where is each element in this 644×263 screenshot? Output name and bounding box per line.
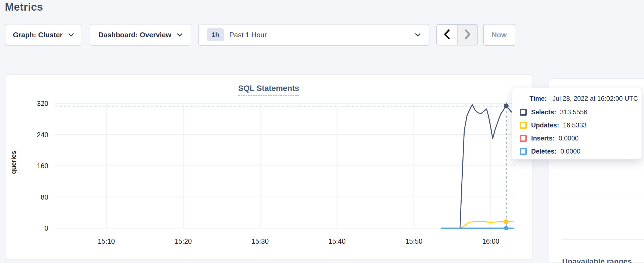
x-axis-tick: 16:00 <box>482 237 499 245</box>
tooltip-row-updates: Updates: 16.5333 <box>520 121 634 129</box>
chevron-down-icon <box>68 33 74 37</box>
time-step-buttons <box>436 24 478 45</box>
tooltip-series-value: 0.0000 <box>559 134 579 142</box>
tooltip-series-label: Updates: <box>531 121 559 129</box>
y-axis-tick: 240 <box>37 131 48 139</box>
tooltip-series-label: Deletes: <box>531 148 556 155</box>
x-axis-tick: 15:10 <box>98 237 115 245</box>
y-axis-tick: 320 <box>37 100 48 107</box>
tooltip-time-label: Time: <box>529 95 547 102</box>
now-button-label: Now <box>492 31 507 39</box>
divider <box>562 239 644 240</box>
tooltip-series-value: 0.0000 <box>560 148 580 155</box>
y-axis-tick: 160 <box>37 162 48 170</box>
tooltip-time-row: Time: Jul 28, 2022 at 16:02:00 UTC <box>529 95 634 102</box>
metrics-page: Metrics Graph: Cluster Dashboard: Overvi… <box>0 0 644 263</box>
deletes-legend-swatch-icon <box>520 148 527 155</box>
y-axis-tick: 80 <box>41 193 48 201</box>
chevron-right-icon <box>463 29 472 41</box>
tooltip-time-value: Jul 28, 2022 at 16:02:00 UTC <box>552 95 638 102</box>
x-axis-tick: 15:20 <box>175 237 192 245</box>
time-window-selector[interactable]: 1h Past 1 Hour <box>198 24 429 46</box>
time-window-badge: 1h <box>207 28 224 41</box>
inserts-legend-swatch-icon <box>520 135 527 142</box>
series-line-selects <box>442 105 512 228</box>
previous-timespan-button[interactable] <box>437 25 457 45</box>
series-line-updates <box>442 222 513 228</box>
hover-dot-selects <box>504 103 508 108</box>
now-button[interactable]: Now <box>483 24 515 46</box>
tooltip-row-inserts: Inserts: 0.0000 <box>520 134 634 142</box>
time-window-label: Past 1 Hour <box>229 31 267 39</box>
graph-scope-dropdown[interactable]: Graph: Cluster <box>5 24 82 46</box>
sidebar-heading-unavailable-ranges: Unavailable ranges <box>562 257 632 263</box>
tooltip-row-selects: Selects: 313.5556 <box>520 108 634 116</box>
tooltip-series-value: 313.5556 <box>560 108 587 116</box>
sql-statements-chart-canvas[interactable]: 08016024032015:1015:2015:3015:4015:5016:… <box>5 75 533 261</box>
tooltip-series-label: Inserts: <box>531 134 555 142</box>
x-axis-tick: 15:40 <box>329 237 346 245</box>
chevron-left-icon <box>442 29 452 41</box>
hover-dot-deletes <box>504 226 508 230</box>
dashboard-dropdown-label: Dashboard: Overview <box>98 31 171 39</box>
divider <box>562 196 644 196</box>
x-axis-tick: 15:50 <box>405 237 423 245</box>
tooltip-series-label: Selects: <box>531 108 556 116</box>
divider <box>562 171 644 171</box>
y-axis-tick: 0 <box>44 224 48 232</box>
chart-tooltip: Time: Jul 28, 2022 at 16:02:00 UTC Selec… <box>512 88 642 160</box>
chevron-down-icon <box>177 33 183 37</box>
updates-legend-swatch-icon <box>520 122 527 129</box>
sql-statements-card: SQL Statements queries 08016024032015:10… <box>5 74 532 260</box>
selects-legend-swatch-icon <box>520 109 527 116</box>
chevron-down-icon <box>415 33 421 37</box>
next-timespan-button[interactable] <box>457 25 478 45</box>
tooltip-series-value: 16.5333 <box>563 121 587 129</box>
graph-scope-dropdown-label: Graph: Cluster <box>13 31 62 39</box>
dashboard-dropdown[interactable]: Dashboard: Overview <box>90 24 191 46</box>
tooltip-row-deletes: Deletes: 0.0000 <box>520 148 634 155</box>
x-axis-tick: 15:30 <box>252 237 269 245</box>
page-title: Metrics <box>5 1 43 13</box>
hover-dot-updates <box>504 219 508 224</box>
